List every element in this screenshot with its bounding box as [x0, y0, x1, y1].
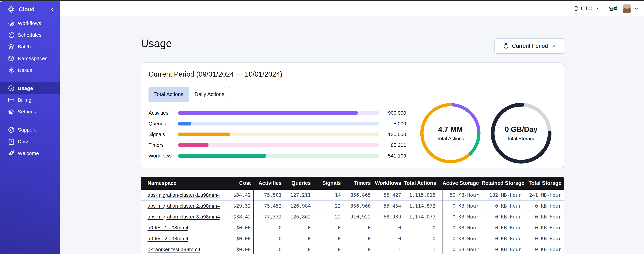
- sidebar-item-support[interactable]: Support: [0, 124, 60, 136]
- workflows-icon: [8, 20, 15, 27]
- table-cell: $34.42: [224, 192, 254, 198]
- actions-bar-chart: Activities900,000Queries5,000Signals130,…: [148, 108, 406, 161]
- timezone-selector[interactable]: UTC: [573, 5, 599, 12]
- support-lifebuoy-icon: [8, 126, 15, 133]
- bar-label: Queries: [148, 121, 178, 126]
- bar-fill: [178, 111, 358, 115]
- stopwatch-icon: [503, 43, 509, 49]
- table-cell: 126,862: [284, 214, 314, 220]
- table-row: a0-test-1.a98mm4$0.000000000 KB-Hour0 KB…: [141, 222, 564, 233]
- sidebar-item-workflows[interactable]: Workflows: [0, 18, 60, 29]
- sidebar-item-settings[interactable]: Settings: [0, 106, 60, 118]
- table-cell: 22: [314, 214, 344, 220]
- sidebar-item-label: Nexus: [18, 67, 32, 73]
- table-cell: 1,114,872: [404, 203, 438, 209]
- table-cell: 1,174,077: [404, 214, 438, 220]
- table-column-header: Total Actions: [404, 180, 438, 186]
- total-storage-donut: 0 GB/Day Total Storage: [491, 103, 552, 164]
- chevron-down-icon: [594, 6, 599, 11]
- sidebar-item-label: Usage: [18, 86, 33, 91]
- table-cell: $0.00: [224, 247, 254, 252]
- period-select-button[interactable]: Current Period: [494, 38, 564, 54]
- namespace-cell: abs-migration-cluster-1.a98mm4: [141, 192, 224, 198]
- bar-row: Timers85,201: [148, 140, 406, 150]
- namespace-link[interactable]: a0-test-2.a98mm4: [148, 236, 188, 241]
- table-column-header: Retained Storage: [482, 180, 524, 186]
- total-storage-value: 0 GB/Day: [505, 125, 538, 134]
- namespace-link[interactable]: abs-migration-cluster-2.a98mm4: [148, 203, 220, 208]
- table-cell: 1: [404, 247, 438, 252]
- namespace-link[interactable]: bk-worker-test.a98mm4: [148, 247, 200, 252]
- settings-gear-icon: [8, 108, 15, 115]
- tab-daily-actions[interactable]: Daily Actions: [189, 87, 230, 102]
- sidebar-item-label: Namespaces: [18, 56, 48, 61]
- main-content: Usage Current Period Current Period (09/…: [60, 16, 644, 254]
- table-body: abs-migration-cluster-1.a98mm4$34.4275,5…: [141, 190, 564, 254]
- tab-total-actions[interactable]: Total Actions: [149, 87, 189, 102]
- sidebar-item-label: Schedules: [18, 32, 42, 38]
- total-storage-label: Total Storage: [507, 136, 536, 142]
- total-actions-value: 4.7 MM: [438, 125, 463, 134]
- table-cell: 856,960: [344, 203, 374, 209]
- table-column-header: Timers: [344, 180, 374, 186]
- bar-track: [178, 154, 379, 158]
- bar-row: Activities900,000: [148, 108, 406, 118]
- table-row: bk-worker-test.a98mm4$0.000000110 KB-Hou…: [141, 244, 564, 254]
- bar-fill: [178, 132, 230, 136]
- sidebar-divider: [0, 79, 60, 80]
- sidebar-nav-secondary: Support Docs Welcome: [0, 124, 60, 159]
- table-cell: 182 MB-Hour: [482, 192, 524, 198]
- bar-track: [178, 132, 379, 136]
- temporal-cloud-logo-icon: [8, 6, 15, 13]
- table-cell: 0 KB-Hour: [482, 225, 524, 230]
- table-cell: 0 KB-Hour: [524, 203, 564, 209]
- table-cell: 0: [374, 225, 404, 230]
- card-title: Current Period (09/01/2024 — 10/01/2024): [148, 70, 282, 78]
- sidebar-item-billing[interactable]: Billing: [0, 94, 60, 106]
- namespace-cell: abs-migration-cluster-2.a98mm4: [141, 203, 224, 209]
- table-cell: 75,452: [254, 203, 284, 209]
- namespace-link[interactable]: abs-migration-cluster-3.a98mm4: [148, 214, 220, 220]
- table-column-header: Total Storage: [524, 180, 564, 186]
- bar-row: Workflows541,109: [148, 150, 406, 161]
- namespace-link[interactable]: abs-migration-cluster-1.a98mm4: [148, 192, 220, 198]
- welcome-rocket-icon: [8, 150, 15, 157]
- demo-glasses-button[interactable]: [609, 4, 618, 13]
- sidebar-item-docs[interactable]: Docs: [0, 136, 60, 148]
- table-cell: $38.42: [224, 214, 254, 220]
- table-row: abs-migration-cluster-3.a98mm4$38.4277,3…: [141, 212, 564, 222]
- table-cell: 0: [344, 225, 374, 230]
- table-cell: 0 KB-Hour: [438, 203, 482, 209]
- sidebar-item-usage[interactable]: Usage: [0, 82, 60, 94]
- bar-row: Signals130,000: [148, 129, 406, 140]
- table-row: abs-migration-cluster-2.a98mm4$29.3275,4…: [141, 200, 564, 212]
- window-edge: [0, 0, 644, 1]
- sidebar-item-nexus[interactable]: Nexus: [0, 64, 60, 76]
- sidebar-item-schedules[interactable]: Schedules: [0, 29, 60, 41]
- sidebar-item-namespaces[interactable]: Namespaces: [0, 52, 60, 64]
- table-cell: $0.00: [224, 236, 254, 242]
- sidebar-nav-account: Usage Billing Settings: [0, 82, 60, 118]
- sidebar-item-batch[interactable]: Batch: [0, 41, 60, 52]
- table-cell: 0: [284, 236, 314, 242]
- sidebar-item-welcome[interactable]: Welcome: [0, 148, 60, 159]
- account-menu-button[interactable]: [634, 6, 639, 11]
- table-cell: 14: [314, 192, 344, 198]
- table-cell: 0: [374, 236, 404, 242]
- namespace-link[interactable]: a0-test-1.a98mm4: [148, 225, 188, 230]
- table-column-header: Activities: [254, 180, 284, 186]
- sidebar-item-label: Welcome: [18, 150, 39, 156]
- billing-icon: [8, 96, 15, 104]
- sidebar-collapse-button[interactable]: [50, 6, 55, 12]
- user-avatar[interactable]: [622, 4, 631, 13]
- table-column-header: Signals: [314, 180, 344, 186]
- table-column-header: Cost: [224, 180, 254, 186]
- namespace-usage-table: NamespaceCostActivitiesQueriesSignalsTim…: [141, 176, 564, 254]
- table-cell: 55,427: [374, 192, 404, 198]
- table-cell: $0.00: [224, 225, 254, 230]
- table-cell: 1,115,018: [404, 192, 438, 198]
- table-cell: 55,454: [374, 203, 404, 209]
- table-column-header: Workflows: [374, 180, 404, 186]
- table-cell: 0 KB-Hour: [524, 225, 564, 230]
- table-cell: $29.32: [224, 203, 254, 209]
